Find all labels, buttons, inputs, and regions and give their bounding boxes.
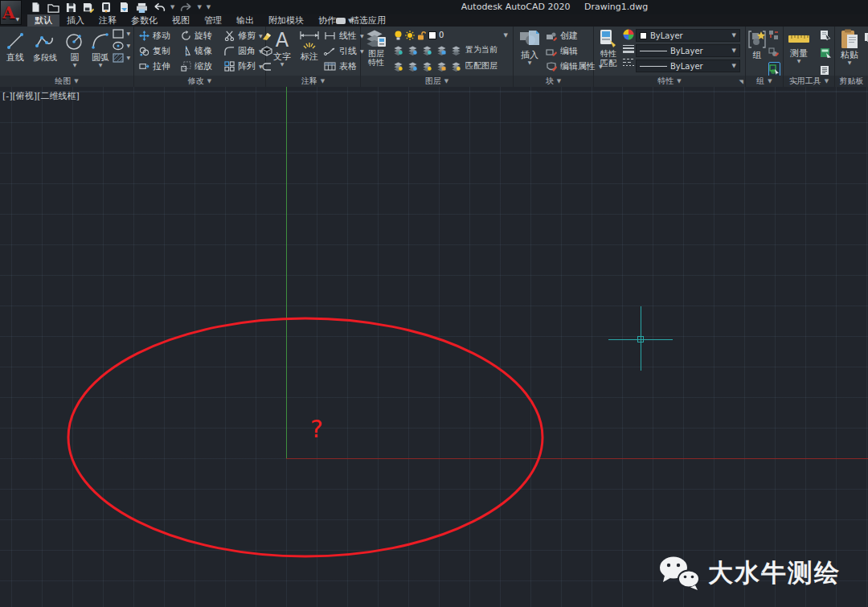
qat-customize-icon[interactable]: ▼ <box>207 4 211 10</box>
tab-manage[interactable]: 管理 <box>197 14 229 27</box>
layer-unlock-button[interactable] <box>436 61 447 72</box>
layer-lock-button[interactable] <box>436 45 447 55</box>
redo-button[interactable] <box>179 2 192 13</box>
rotate-button[interactable]: 旋转 <box>181 28 223 43</box>
paste-button[interactable]: 粘贴 ▼ <box>838 28 861 65</box>
scale-button[interactable]: 缩放 <box>181 59 223 74</box>
chevron-down-icon: ▼ <box>732 32 736 39</box>
layer-freeze-button[interactable] <box>422 45 432 55</box>
mirror-button[interactable]: 镜像 <box>181 43 223 59</box>
panel-title-clipboard[interactable]: 剪贴板 <box>835 76 868 87</box>
save-web-mobile-button[interactable] <box>100 2 113 13</box>
tab-insert[interactable]: 插入 <box>59 14 92 27</box>
dimension-button-label: 标注 <box>301 52 318 62</box>
panel-title-utilities[interactable]: 实用工具 ▼ <box>784 76 834 87</box>
panel-modify: 移动 旋转 修剪▼ 复制 镜像 圆角▼ 拉伸 缩放 阵列▼ 修改 ▼ <box>134 27 266 87</box>
line-button-label: 直线 <box>6 53 24 63</box>
panel-expand-icon: ▼ <box>444 78 448 84</box>
fillet-button-label: 圆角 <box>238 45 256 57</box>
chevron-down-icon: ▼ <box>99 63 103 68</box>
print-button[interactable] <box>135 2 148 13</box>
tab-annotate[interactable]: 注释 <box>92 14 124 27</box>
panel-title-properties[interactable]: 特性 ▼ ◥ <box>594 76 745 87</box>
layer-unisolate-button[interactable] <box>407 61 418 72</box>
match-properties-button[interactable]: 特性 匹配 <box>596 28 620 68</box>
table-button[interactable]: 表格 <box>324 59 364 74</box>
linetype-value: ByLayer <box>670 62 729 71</box>
rectangle-button[interactable]: ▼ <box>113 29 130 39</box>
quick-calculator-button[interactable] <box>820 46 831 61</box>
group-button[interactable]: 组 <box>747 28 767 60</box>
linetype-dropdown[interactable]: ByLayer ▼ <box>636 59 740 72</box>
match-layer-button[interactable]: 匹配图层 <box>465 60 497 72</box>
set-current-button[interactable]: 置为当前 <box>465 44 497 55</box>
panel-title-layers[interactable]: 图层 ▼ <box>361 76 513 87</box>
layer-isolate-button[interactable] <box>407 45 418 55</box>
quick-select-button[interactable] <box>820 28 831 43</box>
open-file-button[interactable] <box>47 2 59 13</box>
new-file-button[interactable] <box>29 2 42 13</box>
tab-default[interactable]: 默认 <box>27 14 59 27</box>
hatch-button[interactable]: ▼ <box>113 53 130 63</box>
panel-title-annotate[interactable]: 注释 ▼ <box>266 76 360 87</box>
copy-button[interactable]: 复制 <box>139 43 179 59</box>
array-button[interactable]: 阵列▼ <box>224 59 260 74</box>
arc-button[interactable]: 圆弧 ▼ <box>88 29 113 68</box>
chevron-down-icon: ▼ <box>797 59 801 64</box>
save-button[interactable] <box>64 2 77 13</box>
dimension-button[interactable]: 标注 <box>298 28 321 67</box>
insert-block-button[interactable]: 插入 ▼ <box>518 28 541 65</box>
line-button[interactable]: 直线 <box>3 29 27 68</box>
panel-title-modify[interactable]: 修改 ▼ <box>134 76 265 87</box>
stretch-button[interactable]: 拉伸 <box>139 59 179 74</box>
lineweight-dropdown[interactable]: ByLayer ▼ <box>636 44 740 57</box>
color-wheel-icon[interactable] <box>623 29 634 40</box>
leader-button[interactable]: 引线▼ <box>324 43 364 59</box>
tab-addins[interactable]: 附加模块 <box>261 14 311 27</box>
layer-properties-button[interactable]: 图层 特性 <box>364 28 388 67</box>
tab-output[interactable]: 输出 <box>229 14 261 27</box>
ribbon: 直线 多段线 圆 ▼ 圆弧 ▼ <box>0 27 868 87</box>
panel-title-draw[interactable]: 绘图 ▼ <box>0 76 133 87</box>
group-edit-button[interactable] <box>768 45 780 60</box>
move-button-label: 移动 <box>153 30 170 42</box>
dialog-launcher-icon[interactable]: ◥ <box>739 79 743 85</box>
lineweight-icon[interactable] <box>623 44 634 54</box>
trim-button[interactable]: 修剪▼ <box>224 28 260 43</box>
fillet-button[interactable]: 圆角▼ <box>224 43 260 59</box>
undo-dropdown-icon[interactable]: ▼ <box>170 4 174 10</box>
layer-thaw-button[interactable] <box>422 61 432 72</box>
tab-parametric[interactable]: 参数化 <box>124 14 165 27</box>
panel-title-group[interactable]: 组 ▼ <box>746 76 783 87</box>
measure-button[interactable]: 测量 ▼ <box>787 28 811 64</box>
text-button[interactable]: A 文字 ▼ <box>271 28 293 67</box>
ribbon-display-toggle[interactable]: ▼ <box>336 16 354 25</box>
object-color-dropdown[interactable]: ByLayer ▼ <box>636 29 740 42</box>
polyline-icon <box>35 31 55 51</box>
quick-access-toolbar: ▼ ▼ ▼ <box>29 1 211 14</box>
app-menu-button[interactable]: A ▼ <box>0 0 22 25</box>
undo-button[interactable] <box>153 2 166 13</box>
layer-dropdown[interactable]: 0 ▼ <box>391 29 510 41</box>
move-button[interactable]: 移动 <box>139 28 179 43</box>
plot-button[interactable] <box>117 2 130 13</box>
tab-view[interactable]: 视图 <box>165 14 197 27</box>
linear-dimension-button[interactable]: 线性▼ <box>324 28 364 43</box>
save-as-button[interactable] <box>82 2 95 13</box>
panel-title-block[interactable]: 块 ▼ <box>514 76 593 87</box>
drawing-canvas[interactable]: [-][俯视][二维线框] ? 大水牛测绘 <box>0 87 868 607</box>
measure-ruler-icon <box>788 32 810 45</box>
linetype-icon[interactable] <box>623 58 634 68</box>
layer-off-button[interactable] <box>393 45 403 55</box>
create-block-icon <box>546 31 557 41</box>
circle-button[interactable]: 圆 ▼ <box>63 29 87 68</box>
layer-properties-label-2: 特性 <box>368 58 384 67</box>
copy-clip-icon[interactable] <box>864 32 868 42</box>
ellipse-button[interactable]: ▼ <box>113 41 130 51</box>
drawn-ellipse[interactable] <box>0 87 868 607</box>
ungroup-button[interactable] <box>768 28 780 43</box>
ellipse-icon <box>113 41 124 51</box>
layer-on-button[interactable] <box>393 61 403 72</box>
redo-dropdown-icon[interactable]: ▼ <box>197 4 201 10</box>
polyline-button[interactable]: 多段线 <box>29 29 61 68</box>
